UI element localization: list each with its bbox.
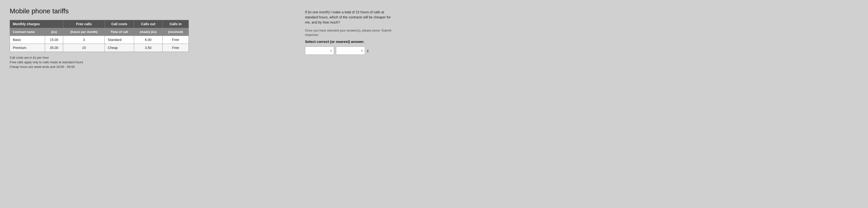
cell-time-of-call: Cheap: [104, 44, 134, 52]
contract-dropdown[interactable]: Basic Premium: [305, 47, 334, 55]
cell-time-of-call: Standard: [104, 36, 134, 44]
cell-contract: Premium: [10, 44, 45, 52]
header-call-costs: Call costs: [104, 20, 134, 28]
header-free-calls: Free calls: [63, 20, 104, 28]
cell-calls-out: 6.00: [134, 36, 162, 44]
left-panel: Mobile phone tariffs Monthly charges Fre…: [10, 7, 295, 70]
subheader-hours: (hours per month): [63, 28, 104, 36]
table-row: Basic 15.00 3 Standard 6.00 Free: [10, 36, 189, 44]
cell-free-calls: 15: [63, 44, 104, 52]
cell-contract: Basic: [10, 36, 45, 44]
footnote-2: Free calls apply only to calls made at s…: [10, 60, 295, 64]
tariffs-table: Monthly charges Free calls Call costs Ca…: [10, 20, 189, 52]
pound-symbol: £: [367, 49, 369, 53]
cell-monthly: 35.00: [45, 44, 63, 52]
table-row: Premium 35.00 15 Cheap 3.50 Free: [10, 44, 189, 52]
footnotes: Call costs are in £s per hour Free calls…: [10, 56, 295, 69]
select-correct-label: Select correct (or nearest) answer.: [305, 40, 397, 44]
instruction-text: Once you have selected your answer(s), p…: [305, 28, 397, 37]
cell-free-calls: 3: [63, 36, 104, 44]
answer-row: Basic Premium 0.00 1.00 2.00 3.00 4.00 5…: [305, 47, 397, 55]
amount-dropdown[interactable]: 0.00 1.00 2.00 3.00 4.00 5.00 10.00 15.0…: [336, 47, 365, 55]
footnote-1: Call costs are in £s per hour: [10, 56, 295, 59]
right-panel: If (in one month) I make a total of 15 h…: [305, 7, 397, 70]
footnote-3: Cheap hours are week-ends and 18:00 - 06…: [10, 65, 295, 69]
header-calls-out: Calls out: [134, 20, 162, 28]
dropdown1-wrapper: Basic Premium: [305, 47, 334, 55]
cell-calls-in: Free: [162, 44, 189, 52]
cell-monthly: 15.00: [45, 36, 63, 44]
dropdown2-wrapper: 0.00 1.00 2.00 3.00 4.00 5.00 10.00 15.0…: [336, 47, 365, 55]
subheader-pounds: (£s): [45, 28, 63, 36]
question-text: If (in one month) I make a total of 15 h…: [305, 10, 397, 25]
cell-calls-out: 3.50: [134, 44, 162, 52]
subheader-received: (received): [162, 28, 189, 36]
page-title: Mobile phone tariffs: [10, 7, 295, 15]
subheader-contract-name: Contract name: [10, 28, 45, 36]
cell-calls-in: Free: [162, 36, 189, 44]
header-monthly-charges: Monthly charges: [10, 20, 63, 28]
subheader-time-of-call: Time of call: [104, 28, 134, 36]
page-container: Mobile phone tariffs Monthly charges Fre…: [10, 7, 397, 70]
header-calls-in: Calls in: [162, 20, 189, 28]
subheader-made: (made) (£s): [134, 28, 162, 36]
